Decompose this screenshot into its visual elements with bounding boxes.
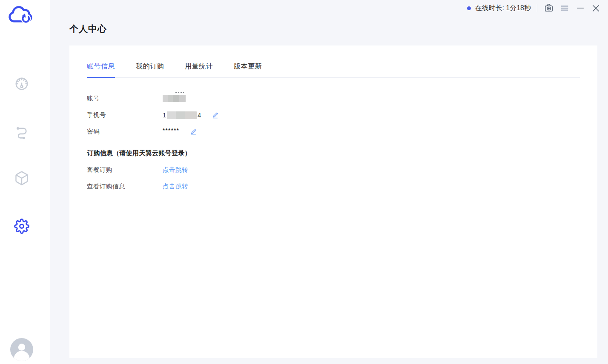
phone-suffix: 4 [198,112,201,119]
toolbox-icon [544,3,554,13]
phone-prefix: 1 [163,112,166,119]
page-title: 个人中心 [69,23,107,35]
menu-button[interactable] [556,2,572,14]
masked-password: ****** [163,127,179,134]
minimize-button[interactable] [572,2,588,14]
edit-password-button[interactable] [190,128,197,135]
password-label: 密码 [87,128,163,136]
settings-gear-icon [14,219,29,234]
package-box-icon [14,171,29,186]
close-icon [591,3,601,13]
tab-my-orders[interactable]: 我的订购 [136,62,164,77]
account-label: 账号 [87,94,163,102]
tab-version-update[interactable]: 版本更新 [234,62,262,77]
personal-center-card: 账号信息 我的订购 用量统计 版本更新 账号 手机号 1 [69,46,597,358]
tab-account-info[interactable]: 账号信息 [87,62,115,78]
package-order-link[interactable]: 点击跳转 [163,166,188,174]
view-order-row: 查看订购信息 点击跳转 [87,178,580,195]
password-value: ****** [163,128,197,135]
account-value [163,95,186,102]
sidebar-item-dashboard[interactable] [14,76,30,92]
menu-icon [560,3,569,13]
user-avatar-icon[interactable] [10,338,33,361]
topbar: 在线时长: 1分18秒 [467,2,604,14]
redacted-account-value [163,95,186,102]
topbar-divider [537,4,537,12]
tab-usage-stats[interactable]: 用量统计 [185,62,213,77]
online-duration-label: 在线时长: 1分18秒 [475,4,531,13]
close-button[interactable] [588,2,604,14]
package-order-row: 套餐订购 点击跳转 [87,162,580,178]
view-order-link[interactable]: 点击跳转 [163,182,188,191]
sidebar [0,0,50,364]
phone-value: 1 4 [163,111,218,119]
subscription-section-header: 订购信息（请使用天翼云账号登录） [87,145,580,162]
sidebar-item-settings[interactable] [14,218,30,234]
package-order-value: 点击跳转 [163,166,188,174]
online-status: 在线时长: 1分18秒 [467,4,537,13]
minimize-icon [576,3,585,13]
workflow-route-icon [14,124,29,139]
dashboard-gauge-icon [14,76,29,91]
cloud-sync-logo-icon[interactable] [7,5,35,27]
redacted-phone-digits [167,111,197,119]
online-dot-icon [467,6,471,10]
edit-pencil-icon [212,112,218,119]
view-order-label: 查看订购信息 [87,182,163,191]
tab-bar: 账号信息 我的订购 用量统计 版本更新 [87,46,580,78]
toolbox-button[interactable] [541,2,556,14]
view-order-value: 点击跳转 [163,182,188,191]
phone-label: 手机号 [87,111,163,119]
phone-row: 手机号 1 4 [87,107,580,123]
password-row: 密码 ****** [87,123,580,140]
account-info-form: 账号 手机号 1 4 [69,90,597,195]
edit-pencil-icon [190,128,197,135]
edit-phone-button[interactable] [212,112,218,119]
package-order-label: 套餐订购 [87,166,163,174]
sidebar-item-resources[interactable] [14,170,30,186]
sidebar-item-workflow[interactable] [14,124,30,140]
redaction-artifact [175,92,184,93]
account-row: 账号 [87,90,580,107]
